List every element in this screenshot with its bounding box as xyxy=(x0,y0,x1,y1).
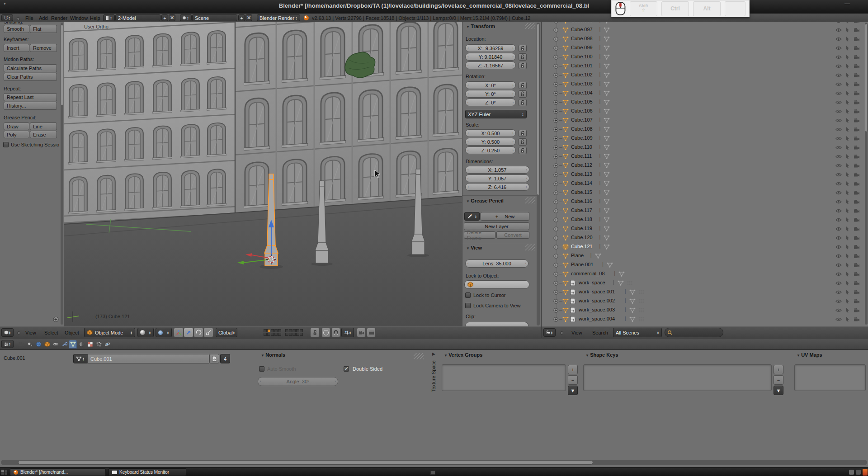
renderability-camera-icon[interactable] xyxy=(854,290,860,295)
outliner-editor-type-button[interactable]: ▲ ▼ xyxy=(543,328,556,337)
render-engine-dropdown[interactable]: Blender Render▲ ▼ xyxy=(257,14,300,21)
layer-toggle[interactable] xyxy=(274,333,278,336)
outliner-row[interactable]: work_space| xyxy=(542,278,868,287)
gp-erase-button[interactable]: Erase xyxy=(30,131,57,138)
viewport-shading-dropdown[interactable]: ▲ ▼ xyxy=(137,328,154,337)
viewport-menu-view[interactable]: View xyxy=(25,329,36,337)
expand-icon[interactable] xyxy=(553,217,558,222)
outliner-menu-view[interactable]: View xyxy=(571,329,582,337)
selectability-pointer-icon[interactable] xyxy=(845,199,850,205)
expand-icon[interactable] xyxy=(553,73,558,78)
tab-constraints[interactable] xyxy=(52,340,60,349)
lock-layers-button[interactable] xyxy=(310,328,320,337)
expand-icon[interactable] xyxy=(553,127,558,132)
texture-space-expand-icon[interactable]: ▶ xyxy=(432,352,435,356)
outliner-row[interactable]: Cube.098| xyxy=(542,34,868,43)
renderability-camera-icon[interactable] xyxy=(854,145,860,150)
collapse-dot-icon[interactable] xyxy=(17,331,20,335)
scale-manipulator-button[interactable] xyxy=(203,328,213,337)
visibility-eye-icon[interactable] xyxy=(835,118,842,123)
vertex-group-specials-button[interactable]: ▼ xyxy=(568,386,578,395)
renderability-camera-icon[interactable] xyxy=(854,245,860,250)
tab-world[interactable] xyxy=(34,340,42,349)
lock-location-z-button[interactable] xyxy=(519,62,527,69)
outliner-row[interactable]: Cube.107| xyxy=(542,116,868,125)
outliner-item-name[interactable]: Cube.112 xyxy=(571,162,592,168)
clip-start-field[interactable] xyxy=(465,322,528,326)
selectability-pointer-icon[interactable] xyxy=(845,72,850,78)
gp-line-button[interactable]: Line xyxy=(30,123,57,130)
n-panel-scrollbar[interactable] xyxy=(537,23,540,325)
selectability-pointer-icon[interactable] xyxy=(845,253,850,259)
rotation-y-field[interactable]: ‹Y: 0°› xyxy=(465,90,516,98)
selectability-pointer-icon[interactable] xyxy=(845,118,850,123)
normals-panel-title[interactable]: Normals xyxy=(261,352,285,358)
renderability-camera-icon[interactable] xyxy=(854,208,860,213)
use-sketching-checkbox[interactable] xyxy=(3,142,9,147)
renderability-camera-icon[interactable] xyxy=(854,73,860,78)
layout-close-button[interactable]: ✕ xyxy=(169,14,175,21)
lock-scale-z-button[interactable] xyxy=(519,147,527,154)
expand-icon[interactable] xyxy=(553,22,558,24)
lock-rotation-z-button[interactable] xyxy=(519,99,527,106)
tab-texture[interactable] xyxy=(86,340,94,349)
expand-icon[interactable] xyxy=(553,290,558,295)
outliner-item-name[interactable]: Cube.117 xyxy=(571,207,592,213)
outliner-item-name[interactable]: Cube.098 xyxy=(571,36,593,41)
lock-scale-x-button[interactable] xyxy=(519,130,527,137)
renderability-camera-icon[interactable] xyxy=(854,199,860,204)
layer-toggle[interactable] xyxy=(278,333,281,336)
renderability-camera-icon[interactable] xyxy=(854,109,860,114)
layer-toggle[interactable] xyxy=(285,329,288,332)
outliner-item-name[interactable]: Plane xyxy=(571,253,584,258)
visibility-eye-icon[interactable] xyxy=(835,272,842,277)
scene-icon-button[interactable]: ▲ ▼ xyxy=(180,14,192,21)
visibility-eye-icon[interactable] xyxy=(835,308,842,313)
location-y-field[interactable]: ‹Y: 9.01840› xyxy=(465,53,516,61)
tab-object-data[interactable] xyxy=(69,340,77,349)
layer-toggle[interactable] xyxy=(271,329,274,332)
lock-location-y-button[interactable] xyxy=(519,53,527,61)
outliner-item-name[interactable]: Cube.114 xyxy=(571,180,592,186)
renderability-camera-icon[interactable] xyxy=(854,308,860,313)
layer-toggle[interactable] xyxy=(264,333,267,336)
expand-icon[interactable] xyxy=(553,308,558,313)
tab-modifiers[interactable] xyxy=(60,340,68,349)
insert-keyframe-button[interactable]: Insert xyxy=(4,44,29,52)
view-panel-title[interactable]: View xyxy=(466,245,482,250)
outliner-item-name[interactable]: Cube.118 xyxy=(571,217,592,222)
outliner-row[interactable]: Cube.097| xyxy=(542,25,868,34)
selectability-pointer-icon[interactable] xyxy=(845,108,850,114)
tray-corner-icon[interactable] xyxy=(863,469,868,476)
outliner-item-name[interactable]: Plane.001 xyxy=(571,262,594,267)
outliner-row[interactable]: Cube.113| xyxy=(542,170,868,179)
visibility-eye-icon[interactable] xyxy=(835,245,842,250)
scene-add-button[interactable]: + xyxy=(238,14,245,21)
expand-icon[interactable] xyxy=(553,55,558,60)
scene-close-button[interactable]: ✕ xyxy=(245,14,252,21)
selectability-pointer-icon[interactable] xyxy=(845,27,850,33)
translate-manipulator-button[interactable] xyxy=(184,328,193,337)
tab-material[interactable] xyxy=(77,340,85,349)
visibility-eye-icon[interactable] xyxy=(835,136,842,141)
tab-physics[interactable] xyxy=(103,340,111,349)
outliner-menu-search[interactable]: Search xyxy=(592,329,608,337)
expand-icon[interactable] xyxy=(553,263,558,268)
renderability-camera-icon[interactable] xyxy=(854,46,860,51)
expand-icon[interactable] xyxy=(553,91,558,96)
expand-icon[interactable] xyxy=(553,100,558,105)
expand-icon[interactable] xyxy=(553,172,558,177)
renderability-camera-icon[interactable] xyxy=(854,281,860,286)
outliner-row[interactable]: Cube.112| xyxy=(542,161,868,170)
selectability-pointer-icon[interactable] xyxy=(845,262,850,268)
visibility-eye-icon[interactable] xyxy=(835,37,842,42)
layer-toggle[interactable] xyxy=(285,333,288,336)
layer-toggle[interactable] xyxy=(300,329,303,332)
properties-editor-type-button[interactable]: ▲ ▼ xyxy=(1,340,14,348)
renderability-camera-icon[interactable] xyxy=(854,37,860,42)
selectability-pointer-icon[interactable] xyxy=(845,136,850,141)
proportional-edit-button[interactable] xyxy=(321,328,330,337)
shape-key-remove-button[interactable]: − xyxy=(774,375,783,385)
selectability-pointer-icon[interactable] xyxy=(845,63,850,69)
expand-icon[interactable] xyxy=(553,163,558,168)
